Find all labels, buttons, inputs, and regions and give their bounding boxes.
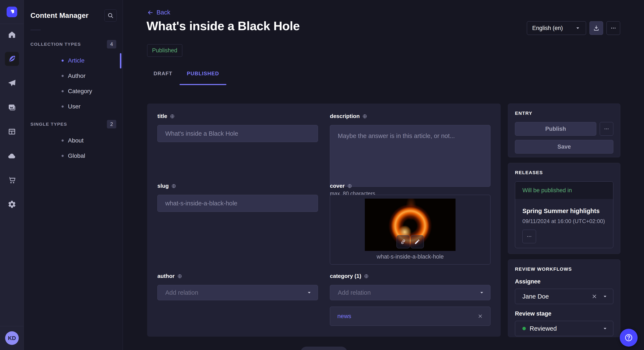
- bullet-icon: [62, 155, 64, 157]
- description-value: Maybe the answer is in this article, or …: [338, 133, 455, 139]
- help-button[interactable]: [620, 329, 638, 347]
- bullet-icon: [62, 90, 64, 92]
- nav-content-type-builder-button[interactable]: [5, 125, 19, 139]
- field-cover: cover what-s-inside: [330, 183, 490, 265]
- category-relation-select[interactable]: Add relation: [330, 285, 490, 300]
- page-title: What's inside a Black Hole: [146, 19, 300, 33]
- release-status: Will be published in: [515, 181, 613, 199]
- globe-i18n-icon: [170, 114, 175, 119]
- relation-link-news[interactable]: news: [337, 313, 351, 320]
- nav-releases-button[interactable]: [5, 76, 19, 90]
- nav-icon-list: [0, 28, 24, 211]
- tab-label: PUBLISHED: [187, 71, 219, 77]
- more-options-button[interactable]: [606, 21, 620, 35]
- status-badge: Published: [147, 44, 182, 57]
- copy-link-button[interactable]: [396, 235, 410, 248]
- version-tabs: DRAFT PUBLISHED: [146, 68, 226, 85]
- entry-panel: ENTRY Publish Save: [508, 104, 620, 157]
- header-controls: English (en): [527, 21, 620, 35]
- field-slug: slug what-s-inside-a-black-hole: [158, 183, 318, 212]
- assignee-value: Jane Doe: [522, 293, 549, 300]
- main-nav-rail: KD: [0, 0, 24, 350]
- sidebar-item-global[interactable]: Global: [24, 149, 123, 163]
- chevron-down-icon: [602, 293, 608, 299]
- search-button[interactable]: [104, 9, 117, 22]
- nav-home-button[interactable]: [5, 28, 19, 42]
- sidebar-title: Content Manager: [30, 11, 88, 19]
- layout-builder-icon: [8, 127, 16, 136]
- assignee-label: Assignee: [515, 278, 613, 285]
- bullet-icon: [62, 105, 64, 108]
- tab-label: DRAFT: [154, 71, 172, 77]
- sidebar-item-article[interactable]: Article: [24, 53, 123, 68]
- slug-input-value: what-s-inside-a-black-hole: [165, 200, 237, 207]
- author-relation-select[interactable]: Add relation: [158, 285, 318, 300]
- bullet-icon: [62, 75, 64, 77]
- section-collection-types: COLLECTION TYPES 4: [30, 40, 116, 48]
- back-link[interactable]: Back: [147, 9, 170, 16]
- title-input[interactable]: What's inside a Black Hole: [158, 125, 318, 142]
- globe-i18n-icon: [364, 274, 369, 279]
- side-panels: ENTRY Publish Save RELEASES Will be publ…: [508, 104, 620, 337]
- sidebar-item-category[interactable]: Category: [24, 84, 123, 99]
- paper-plane-icon: [8, 79, 16, 87]
- title-input-value: What's inside a Black Hole: [165, 130, 238, 137]
- chevron-down-icon: [602, 326, 608, 332]
- select-placeholder: Add relation: [338, 289, 371, 296]
- sidebar-divider: [30, 30, 41, 30]
- entry-more-button[interactable]: [600, 122, 613, 136]
- tab-published[interactable]: PUBLISHED: [180, 68, 226, 85]
- sidebar-item-author[interactable]: Author: [24, 68, 123, 83]
- sidebar-item-label: Author: [68, 72, 86, 79]
- sidebar-item-label: User: [68, 103, 80, 110]
- user-avatar[interactable]: KD: [5, 331, 19, 345]
- field-label: cover: [330, 183, 344, 189]
- globe-i18n-icon: [347, 183, 352, 189]
- nav-cloud-button[interactable]: [5, 149, 19, 163]
- select-placeholder: Add relation: [165, 289, 198, 296]
- chevron-down-icon: [575, 25, 581, 31]
- field-author: author Add relation: [158, 273, 318, 300]
- close-icon: [592, 293, 597, 299]
- nav-content-manager-button[interactable]: [5, 52, 19, 66]
- field-label: title: [158, 113, 167, 120]
- nav-media-library-button[interactable]: [5, 100, 19, 114]
- nav-settings-button[interactable]: [5, 197, 19, 211]
- field-label: category (1): [330, 273, 361, 279]
- slug-input[interactable]: what-s-inside-a-black-hole: [158, 195, 318, 212]
- release-more-button[interactable]: [522, 230, 536, 243]
- active-item-scroll-indicator: [120, 53, 122, 68]
- release-card: Will be published in Spring Summer highl…: [515, 181, 613, 248]
- locale-select[interactable]: English (en): [527, 21, 586, 35]
- export-button[interactable]: [590, 21, 603, 35]
- sidebar: Content Manager COLLECTION TYPES 4 Artic…: [24, 0, 123, 350]
- tab-draft[interactable]: DRAFT: [146, 68, 180, 85]
- publish-button[interactable]: Publish: [515, 122, 596, 136]
- sidebar-item-about[interactable]: About: [24, 133, 123, 148]
- sidebar-item-label: Article: [68, 57, 84, 64]
- sidebar-item-user[interactable]: User: [24, 99, 123, 114]
- link-icon: [400, 239, 406, 245]
- section-label: SINGLE TYPES: [30, 122, 67, 127]
- assignee-select[interactable]: Jane Doe: [515, 289, 613, 304]
- review-workflows-panel: REVIEW WORKFLOWS Assignee Jane Doe Revie…: [508, 259, 620, 337]
- main-content: Back What's inside a Black Hole Publishe…: [123, 0, 644, 350]
- save-button[interactable]: Save: [515, 140, 613, 154]
- cart-marketplace-icon: [8, 176, 16, 184]
- section-count-badge: 2: [107, 120, 116, 128]
- locale-value: English (en): [532, 25, 563, 31]
- bullet-icon: [62, 59, 64, 62]
- clear-assignee-button[interactable]: [592, 293, 597, 299]
- bullet-icon: [62, 140, 64, 142]
- field-label: slug: [158, 183, 169, 189]
- remove-relation-button[interactable]: [478, 313, 483, 319]
- section-count-badge: 4: [107, 40, 116, 48]
- media-pictures-icon: [8, 103, 16, 112]
- description-textarea[interactable]: Maybe the answer is in this article, or …: [330, 125, 490, 187]
- section-label: COLLECTION TYPES: [30, 42, 81, 47]
- edit-image-button[interactable]: [410, 235, 424, 248]
- panel-heading: ENTRY: [515, 111, 613, 116]
- review-stage-select[interactable]: Reviewed: [515, 321, 613, 336]
- nav-marketplace-button[interactable]: [5, 173, 19, 187]
- strapi-logo[interactable]: [6, 6, 17, 17]
